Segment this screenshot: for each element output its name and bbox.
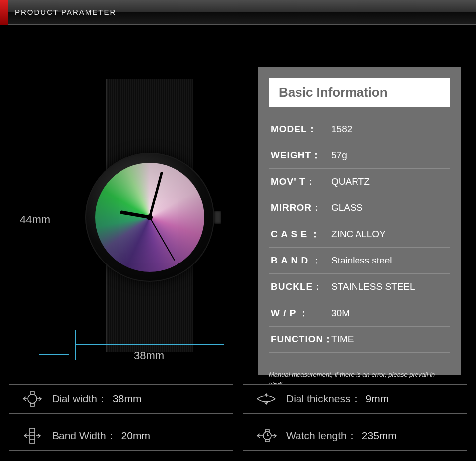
watch: [72, 79, 227, 352]
tile-dial-thickness: Dial thickness： 9mm: [243, 384, 467, 414]
spec-value: GLASS: [331, 202, 448, 213]
spec-value: Stainless steel: [331, 255, 448, 266]
tile-label: Dial width：: [52, 392, 108, 406]
spec-row: MODEL： 1582: [269, 116, 450, 142]
info-card: Basic Information MODEL： 1582 WEIGHT： 57…: [258, 67, 461, 375]
spec-label: B A N D ：: [271, 254, 331, 267]
spec-row: C A S E ： ZINC ALLOY: [269, 221, 450, 248]
dim-width-label: 38mm: [134, 349, 164, 362]
svg-rect-19: [265, 440, 269, 442]
spec-value: TIME: [331, 334, 448, 345]
tile-band-width: Band Width： 20mm: [9, 421, 233, 451]
spec-label: C A S E ：: [271, 228, 331, 241]
watch-case: [85, 153, 214, 282]
spec-value: QUARTZ: [331, 176, 448, 187]
dial-thickness-icon: [255, 390, 277, 408]
tile-value: 20mm: [121, 430, 150, 442]
tile-value: 38mm: [113, 393, 141, 405]
watch-crown: [214, 211, 221, 224]
dim-height-label: 44mm: [20, 213, 50, 226]
second-hand: [149, 217, 175, 261]
watch-dial: [95, 163, 204, 272]
spec-label: FUNCTION：: [271, 333, 331, 346]
spec-row: MIRROR： GLASS: [269, 195, 450, 221]
tile-watch-length: Watch length： 235mm: [243, 421, 467, 451]
product-parameter-page: PRODUCT PARAMETER 44mm 38mm: [0, 0, 476, 461]
svg-rect-18: [265, 430, 269, 432]
spec-row: W / P ： 30M: [269, 300, 450, 327]
dim-height-line: [54, 77, 54, 355]
header-title: PRODUCT PARAMETER: [15, 8, 116, 16]
spec-label: BUCKLE：: [271, 280, 331, 293]
spec-value: ZINC ALLOY: [331, 229, 448, 240]
spec-label: W / P ：: [271, 307, 331, 320]
spec-row: WEIGHT： 57g: [269, 142, 450, 169]
spec-row: MOV' T： QUARTZ: [269, 169, 450, 195]
spec-row: FUNCTION： TIME: [269, 327, 450, 353]
watch-length-icon: [255, 427, 277, 445]
spec-label: MOV' T：: [271, 175, 331, 188]
header-bar: PRODUCT PARAMETER: [0, 0, 476, 25]
svg-point-2: [28, 395, 37, 403]
spec-label: MIRROR：: [271, 201, 331, 214]
tile-label: Band Width：: [52, 429, 117, 443]
main-area: 44mm 38mm Basic Information: [0, 25, 476, 382]
tile-label: Dial thickness：: [286, 392, 361, 406]
tile-value: 235mm: [362, 430, 397, 442]
center-pin: [147, 214, 153, 220]
tile-value: 9mm: [366, 393, 389, 405]
spec-value: 57g: [331, 150, 448, 161]
minute-hand: [149, 172, 163, 218]
tile-row: Band Width： 20mm Watch length： 235mm: [0, 421, 476, 458]
svg-rect-1: [30, 403, 34, 406]
spec-row: B A N D ： Stainless steel: [269, 248, 450, 274]
dim-width-line: [75, 344, 224, 345]
spec-value: 30M: [331, 308, 448, 319]
spec-label: MODEL：: [271, 123, 331, 135]
info-card-title: Basic Information: [269, 78, 450, 107]
band-width-icon: [21, 427, 43, 445]
tile-label: Watch length：: [286, 429, 357, 443]
spec-row: BUCKLE： STAINLESS STEEL: [269, 274, 450, 300]
tile-dial-width: Dial width： 38mm: [9, 384, 233, 414]
spec-label: WEIGHT：: [271, 149, 331, 162]
svg-rect-0: [30, 392, 34, 395]
spec-value: 1582: [331, 124, 448, 134]
watch-diagram: 44mm 38mm: [20, 67, 238, 362]
hour-hand: [120, 210, 150, 219]
tile-row: Dial width： 38mm Dial thickness： 9mm: [0, 384, 476, 421]
header-rule: [123, 12, 476, 12]
header-accent: [0, 0, 8, 25]
dial-width-icon: [21, 390, 43, 408]
spec-value: STAINLESS STEEL: [331, 281, 448, 292]
metric-tiles: Dial width： 38mm Dial thickness： 9mm: [0, 384, 476, 458]
